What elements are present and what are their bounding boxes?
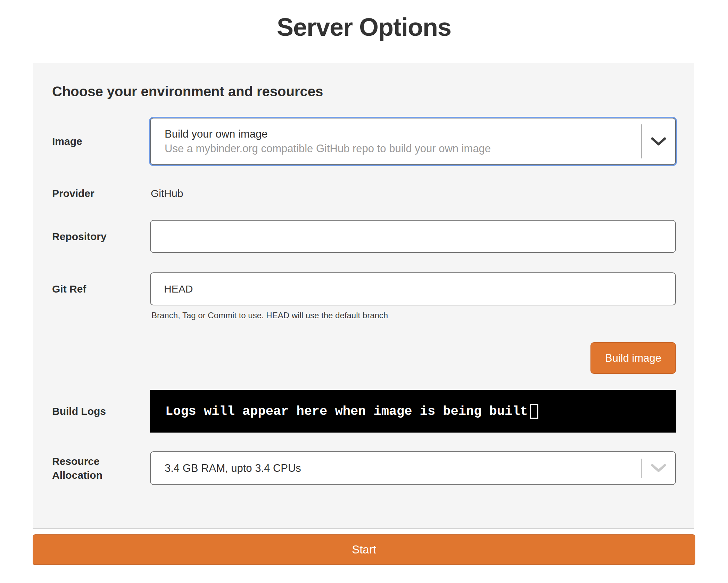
- provider-label: Provider: [52, 187, 150, 200]
- chevron-down-icon[interactable]: [642, 452, 675, 484]
- resource-allocation-select-text: 3.4 GB RAM, upto 3.4 CPUs: [151, 452, 641, 484]
- resource-allocation-label: Resource Allocation: [52, 454, 150, 482]
- start-button[interactable]: Start: [33, 534, 695, 565]
- image-select[interactable]: Build your own image Use a mybinder.org …: [150, 118, 676, 165]
- resource-allocation-select[interactable]: 3.4 GB RAM, upto 3.4 CPUs: [150, 451, 676, 485]
- terminal-cursor: [530, 404, 538, 419]
- chevron-down-icon[interactable]: [642, 118, 675, 164]
- provider-value: GitHub: [150, 188, 183, 199]
- build-image-button[interactable]: Build image: [590, 342, 676, 374]
- build-logs-message: Logs will appear here when image is bein…: [165, 404, 528, 419]
- repository-row: Repository: [52, 220, 676, 253]
- image-select-description: Use a mybinder.org compatible GitHub rep…: [165, 141, 641, 156]
- git-ref-row: Git Ref Branch, Tag or Commit to use. HE…: [52, 272, 676, 321]
- build-image-row: Build image: [52, 342, 676, 374]
- git-ref-label: Git Ref: [52, 272, 150, 296]
- repository-input[interactable]: [150, 220, 676, 253]
- build-logs-label: Build Logs: [52, 404, 150, 418]
- form-heading: Choose your environment and resources: [52, 83, 676, 100]
- server-options-form: Choose your environment and resources Im…: [33, 63, 694, 529]
- resource-allocation-row: Resource Allocation 3.4 GB RAM, upto 3.4…: [52, 451, 676, 485]
- git-ref-input[interactable]: [150, 272, 676, 305]
- image-row: Image Build your own image Use a mybinde…: [52, 118, 676, 165]
- resource-allocation-value: 3.4 GB RAM, upto 3.4 CPUs: [165, 461, 641, 476]
- page-title: Server Options: [0, 10, 728, 44]
- server-options-page: Server Options Choose your environment a…: [0, 0, 728, 583]
- git-ref-hint: Branch, Tag or Commit to use. HEAD will …: [150, 310, 676, 321]
- repository-label: Repository: [52, 230, 150, 244]
- build-logs-terminal: Logs will appear here when image is bein…: [150, 390, 676, 433]
- image-select-value: Build your own image: [165, 127, 641, 141]
- image-label: Image: [52, 134, 150, 148]
- build-logs-row: Build Logs Logs will appear here when im…: [52, 390, 676, 433]
- image-select-text: Build your own image Use a mybinder.org …: [151, 118, 641, 164]
- provider-row: Provider GitHub: [52, 187, 676, 200]
